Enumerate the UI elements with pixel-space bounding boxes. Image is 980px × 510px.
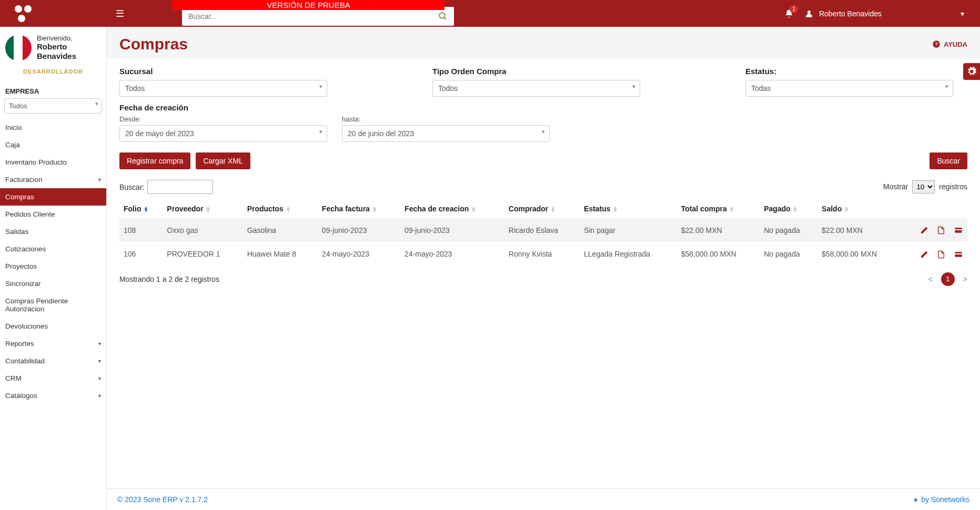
desde-select[interactable]: 20 de mayo del 2023 (119, 125, 327, 142)
main: Compras ? AYUDA Sucursal Todos Tipo Orde… (107, 27, 980, 510)
sidebar-item-compras[interactable]: Compras (0, 188, 106, 206)
page-prev[interactable]: < (928, 275, 933, 283)
cell-fecha_creacion: 24-mayo-2023 (400, 242, 504, 266)
fecha-label: Fecha de creación (119, 103, 967, 112)
sidebar-item-sincronizar[interactable]: Sincronizar (0, 275, 106, 292)
cell-total: $22.00 MXN (677, 218, 760, 242)
cell-proveedor: Oxxo gas (163, 218, 243, 242)
sort-icon: ▲▼ (613, 206, 618, 212)
sidebar-item-crm[interactable]: CRM▾ (0, 370, 106, 387)
menu-toggle-icon[interactable]: ☰ (116, 8, 124, 19)
table-search-input[interactable] (147, 180, 213, 194)
svg-point-2 (807, 11, 811, 14)
col-productos[interactable]: Productos▲▼ (243, 199, 318, 218)
top-bar: ☰ VERSIÓN DE PRUEBA 1 Roberto Benavides … (0, 0, 980, 27)
search-input[interactable] (188, 12, 438, 21)
hasta-select[interactable]: 20 de junio del 2023 (342, 125, 550, 142)
col-proveedor[interactable]: Proveedor▲▼ (163, 199, 243, 218)
help-icon: ? (932, 40, 941, 48)
cell-saldo: $58,000.00 MXN (817, 242, 900, 266)
tipo-select[interactable]: Todos (432, 80, 640, 97)
cell-comprador: Ronny Kvista (504, 242, 580, 266)
sort-icon: ▲▼ (372, 206, 377, 212)
sucursal-select[interactable]: Todos (119, 80, 327, 97)
col-pagado[interactable]: Pagado▲▼ (760, 199, 817, 218)
sidebar-item-devoluciones[interactable]: Devoluciones (0, 318, 106, 335)
cell-pagado: No pagada (760, 218, 817, 242)
sidebar-item-label: Reportes (5, 340, 34, 348)
table-search-label: Buscar: (119, 183, 144, 191)
bolt-icon (913, 497, 919, 503)
sidebar-item-caja[interactable]: Caja (0, 136, 106, 154)
copyright-link[interactable]: © 2023 Sone ERP v 2.1.7.2 (117, 495, 208, 504)
sort-icon: ▲▼ (143, 206, 148, 212)
sidebar-item-label: Proyectos (5, 262, 37, 270)
chevron-down-icon: ▾ (98, 358, 101, 364)
buscar-button[interactable]: Buscar (930, 152, 967, 169)
svg-text:?: ? (935, 42, 938, 47)
sidebar-item-pedidos-cliente[interactable]: Pedidos Cliente (0, 206, 106, 223)
col-estatus[interactable]: Estatus▲▼ (580, 199, 677, 218)
col-fecha-de-creacion[interactable]: Fecha de creacion▲▼ (400, 199, 504, 218)
col-total-compra[interactable]: Total compra▲▼ (677, 199, 760, 218)
sidebar-item-salidas[interactable]: Salidas (0, 223, 106, 240)
credits-link[interactable]: by Sonetworks (913, 495, 969, 504)
pdf-icon[interactable] (937, 226, 945, 234)
show-suffix: registros (939, 182, 967, 191)
user-name: Roberto Benavides (37, 42, 101, 61)
sidebar-item-label: Compras Pendiente Autorizacion (5, 297, 101, 313)
sidebar-item-label: Cotizaciones (5, 245, 46, 253)
sort-icon: ▲▼ (206, 206, 211, 212)
cell-comprador: Ricardo Eslava (504, 218, 580, 242)
cell-productos: Gasolina (243, 218, 318, 242)
company-label: EMPRESA (0, 82, 106, 98)
page-current[interactable]: 1 (941, 272, 955, 286)
payment-icon[interactable] (954, 249, 963, 258)
help-label: AYUDA (944, 40, 967, 48)
user-card: Bienvenido, Roberto Benavides (0, 27, 106, 68)
page-title: Compras (119, 35, 188, 53)
cell-fecha_factura: 24-mayo-2023 (318, 242, 400, 266)
sucursal-label: Sucursal (119, 67, 327, 76)
sidebar-item-cotizaciones[interactable]: Cotizaciones (0, 240, 106, 258)
sidebar-item-facturacion[interactable]: Facturacion▾ (0, 171, 106, 188)
sort-icon: ▲▼ (844, 206, 849, 212)
sidebar-item-contabilidad[interactable]: Contabilidad▾ (0, 352, 106, 370)
sidebar-item-inventario-producto[interactable]: Inventario Producto (0, 154, 106, 171)
sidebar-item-inicio[interactable]: Inicio (0, 119, 106, 136)
edit-icon[interactable] (920, 226, 928, 234)
help-link[interactable]: ? AYUDA (932, 40, 967, 48)
sidebar-item-reportes[interactable]: Reportes▾ (0, 335, 106, 352)
chevron-down-icon: ▾ (98, 375, 101, 381)
sidebar-item-label: Caja (5, 141, 20, 149)
search-icon[interactable] (438, 11, 448, 22)
sidebar-item-label: Pedidos Cliente (5, 210, 55, 218)
sidebar-item-catálogos[interactable]: Catálogos▾ (0, 387, 106, 404)
page-size-select[interactable]: 10 (912, 180, 935, 193)
col-folio[interactable]: Folio▲▼ (119, 199, 163, 218)
sidebar-item-label: Contabilidad (5, 357, 45, 365)
cell-estatus: Sin pagar (580, 218, 677, 242)
estatus-select[interactable]: Todas (745, 80, 953, 97)
notification-bell-icon[interactable]: 1 (784, 8, 794, 19)
chevron-down-icon: ▾ (98, 177, 101, 182)
logo-icon (11, 5, 32, 22)
cell-fecha_factura: 09-junio-2023 (318, 218, 400, 242)
page-next[interactable]: > (963, 275, 967, 283)
settings-tab-icon[interactable] (963, 63, 980, 80)
company-select[interactable]: Todos (4, 98, 102, 114)
col-comprador[interactable]: Comprador▲▼ (504, 199, 580, 218)
table-row: 108Oxxo gasGasolina09-junio-202309-junio… (119, 218, 967, 242)
edit-icon[interactable] (920, 249, 928, 258)
pdf-icon[interactable] (937, 249, 945, 258)
registrar-compra-button[interactable]: Registrar compra (119, 152, 190, 169)
user-menu[interactable]: Roberto Benavides ▾ (804, 9, 964, 18)
sidebar-item-proyectos[interactable]: Proyectos (0, 258, 106, 275)
cargar-xml-button[interactable]: Cargar XML (196, 152, 250, 169)
sidebar-item-compras-pendiente-autorizacion[interactable]: Compras Pendiente Autorizacion (0, 292, 106, 318)
col-saldo[interactable]: Saldo▲▼ (817, 199, 900, 218)
payment-icon[interactable] (954, 226, 963, 234)
content: Sucursal Todos Tipo Orden Compra Todos E… (107, 58, 980, 488)
col-fecha-factura[interactable]: Fecha factura▲▼ (318, 199, 400, 218)
sidebar-item-label: Facturacion (5, 176, 43, 183)
